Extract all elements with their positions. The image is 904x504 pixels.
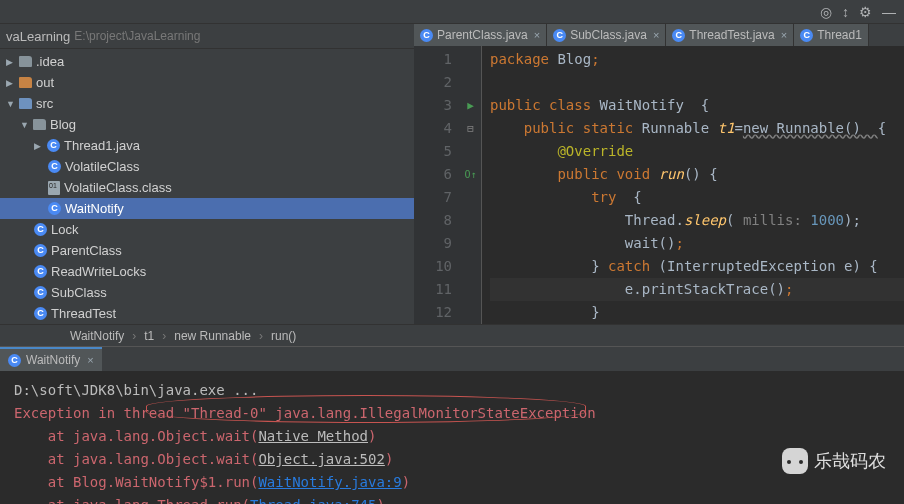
watermark: 乐哉码农	[782, 448, 886, 474]
breadcrumb-item[interactable]: new Runnable	[174, 329, 251, 343]
target-icon[interactable]: ◎	[820, 4, 832, 20]
java-class-icon: C	[420, 29, 433, 42]
folder-out-icon	[19, 77, 32, 88]
java-class-icon: C	[34, 223, 47, 236]
tree-folder-idea[interactable]: ▶.idea	[0, 51, 414, 72]
override-icon[interactable]: O↑	[464, 169, 476, 180]
java-class-icon: C	[48, 202, 61, 215]
java-class-icon: C	[672, 29, 685, 42]
tree-file-thread1[interactable]: ▶CThread1.java	[0, 135, 414, 156]
line-gutter: 123456789101112	[414, 46, 460, 324]
tab-subclass[interactable]: CSubClass.java×	[547, 24, 666, 46]
tree-class-volatile[interactable]: CVolatileClass	[0, 156, 414, 177]
java-class-icon: C	[34, 307, 47, 320]
hide-icon[interactable]: —	[882, 4, 896, 20]
tree-class-waitnotify[interactable]: CWaitNotify	[0, 198, 414, 219]
close-icon[interactable]: ×	[781, 29, 787, 41]
run-panel: C WaitNotify × D:\soft\JDK8\bin\java.exe…	[0, 346, 904, 504]
java-class-icon: C	[8, 354, 21, 367]
package-icon	[33, 119, 46, 130]
java-class-icon: C	[800, 29, 813, 42]
tree-class-threadtest[interactable]: CThreadTest	[0, 303, 414, 324]
tree-folder-out[interactable]: ▶out	[0, 72, 414, 93]
tab-parentclass[interactable]: CParentClass.java×	[414, 24, 547, 46]
java-class-icon: C	[553, 29, 566, 42]
gutter-icons: ▶⊟O↑	[460, 46, 482, 324]
folder-icon	[19, 56, 32, 67]
main-area: vaLearning E:\project\JavaLearning ▶.ide…	[0, 24, 904, 324]
tree-class-subclass[interactable]: CSubClass	[0, 282, 414, 303]
run-tab-waitnotify[interactable]: C WaitNotify ×	[0, 347, 102, 371]
java-class-icon: C	[34, 244, 47, 257]
java-class-icon: C	[34, 286, 47, 299]
run-gutter-icon[interactable]: ▶	[460, 94, 481, 117]
top-toolbar: ◎ ↕ ⚙ —	[0, 0, 904, 24]
code-area[interactable]: package Blog; public class WaitNotify { …	[482, 46, 904, 324]
console-command: D:\soft\JDK8\bin\java.exe ...	[14, 379, 890, 402]
console-stack-line: at java.lang.Object.wait(Object.java:502…	[14, 448, 890, 471]
project-tree[interactable]: ▶.idea ▶out ▼src ▼Blog ▶CThread1.java CV…	[0, 49, 414, 324]
project-name: vaLearning	[6, 29, 70, 44]
tab-threadtest[interactable]: CThreadTest.java×	[666, 24, 794, 46]
console-exception: Exception in thread "Thread-0" java.lang…	[14, 402, 890, 425]
tree-classfile-volatile[interactable]: VolatileClass.class	[0, 177, 414, 198]
breadcrumb-item[interactable]: run()	[271, 329, 296, 343]
editor[interactable]: 123456789101112 ▶⊟O↑ package Blog; publi…	[414, 46, 904, 324]
collapse-icon[interactable]: ↕	[842, 4, 849, 20]
tree-class-lock[interactable]: CLock	[0, 219, 414, 240]
fold-icon[interactable]: ⊟	[460, 117, 481, 140]
tree-class-readwritelocks[interactable]: CReadWriteLocks	[0, 261, 414, 282]
tab-thread1[interactable]: CThread1	[794, 24, 869, 46]
run-tabs: C WaitNotify ×	[0, 347, 904, 371]
console-stack-line: at Blog.WaitNotify$1.run(WaitNotify.java…	[14, 471, 890, 494]
project-header: vaLearning E:\project\JavaLearning	[0, 24, 414, 49]
class-file-icon	[48, 181, 60, 195]
gear-icon[interactable]: ⚙	[859, 4, 872, 20]
tree-folder-blog[interactable]: ▼Blog	[0, 114, 414, 135]
breadcrumb[interactable]: WaitNotify› t1› new Runnable› run()	[0, 324, 904, 346]
close-icon[interactable]: ×	[653, 29, 659, 41]
tree-folder-src[interactable]: ▼src	[0, 93, 414, 114]
folder-src-icon	[19, 98, 32, 109]
editor-panel: CParentClass.java× CSubClass.java× CThre…	[414, 24, 904, 324]
editor-tabs: CParentClass.java× CSubClass.java× CThre…	[414, 24, 904, 46]
console-stack-line: at java.lang.Object.wait(Native Method)	[14, 425, 890, 448]
source-link[interactable]: WaitNotify.java:9	[258, 474, 401, 490]
java-class-icon: C	[34, 265, 47, 278]
project-panel: vaLearning E:\project\JavaLearning ▶.ide…	[0, 24, 414, 324]
console-output[interactable]: D:\soft\JDK8\bin\java.exe ... Exception …	[0, 371, 904, 504]
tree-class-parentclass[interactable]: CParentClass	[0, 240, 414, 261]
console-stack-line: at java.lang.Thread.run(Thread.java:745)	[14, 494, 890, 504]
source-link[interactable]: Thread.java:745	[250, 497, 376, 504]
close-icon[interactable]: ×	[87, 354, 93, 366]
wechat-icon	[782, 448, 808, 474]
breadcrumb-item[interactable]: t1	[144, 329, 154, 343]
close-icon[interactable]: ×	[534, 29, 540, 41]
watermark-text: 乐哉码农	[814, 449, 886, 473]
java-class-icon: C	[47, 139, 60, 152]
project-path: E:\project\JavaLearning	[74, 29, 200, 43]
java-class-icon: C	[48, 160, 61, 173]
breadcrumb-item[interactable]: WaitNotify	[70, 329, 124, 343]
